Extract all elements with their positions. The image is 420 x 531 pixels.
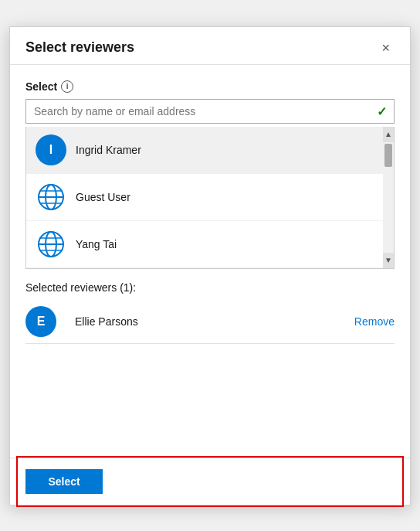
dropdown-list: I Ingrid Kramer Guest User bbox=[25, 127, 395, 269]
select-reviewers-dialog: Select reviewers × Select i ✓ I Ingrid K… bbox=[9, 26, 411, 505]
user-name-guest: Guest User bbox=[76, 191, 130, 203]
info-icon[interactable]: i bbox=[61, 80, 73, 93]
select-button[interactable]: Select bbox=[25, 469, 103, 494]
dropdown-item-yang[interactable]: Yang Tai bbox=[26, 221, 394, 268]
selected-reviewers-label: Selected reviewers (1): bbox=[25, 281, 395, 294]
avatar-ellie: E bbox=[25, 306, 56, 337]
close-button[interactable]: × bbox=[377, 39, 395, 56]
avatar-ingrid: I bbox=[36, 134, 66, 165]
search-check-icon: ✓ bbox=[377, 104, 387, 118]
dialog-title: Select reviewers bbox=[25, 39, 134, 56]
select-label-row: Select i bbox=[25, 80, 395, 93]
dialog-body: Select i ✓ I Ingrid Kramer bbox=[10, 65, 410, 458]
scroll-down-arrow[interactable]: ▼ bbox=[383, 253, 394, 268]
user-name-yang: Yang Tai bbox=[76, 238, 117, 250]
remove-link-ellie[interactable]: Remove bbox=[354, 315, 395, 328]
search-input[interactable] bbox=[25, 99, 395, 124]
selected-reviewers-section: Selected reviewers (1): E Ellie Parsons … bbox=[25, 281, 395, 344]
selected-user-name-ellie: Ellie Parsons bbox=[75, 315, 354, 328]
dropdown-scrollbar[interactable]: ▲ ▼ bbox=[383, 127, 394, 268]
globe-icon-guest bbox=[36, 182, 66, 213]
selected-user-row-ellie: E Ellie Parsons Remove bbox=[25, 300, 395, 344]
dialog-footer: Select bbox=[10, 458, 410, 505]
dialog-header: Select reviewers × bbox=[10, 27, 410, 65]
user-name-ingrid: Ingrid Kramer bbox=[76, 144, 141, 156]
select-label-text: Select bbox=[25, 80, 57, 93]
dropdown-item-ingrid[interactable]: I Ingrid Kramer bbox=[26, 127, 394, 174]
dropdown-item-guest[interactable]: Guest User bbox=[26, 174, 394, 221]
globe-icon-yang bbox=[36, 229, 66, 260]
search-container: ✓ bbox=[25, 99, 395, 124]
scroll-thumb bbox=[384, 144, 392, 167]
scroll-up-arrow[interactable]: ▲ bbox=[383, 127, 394, 142]
